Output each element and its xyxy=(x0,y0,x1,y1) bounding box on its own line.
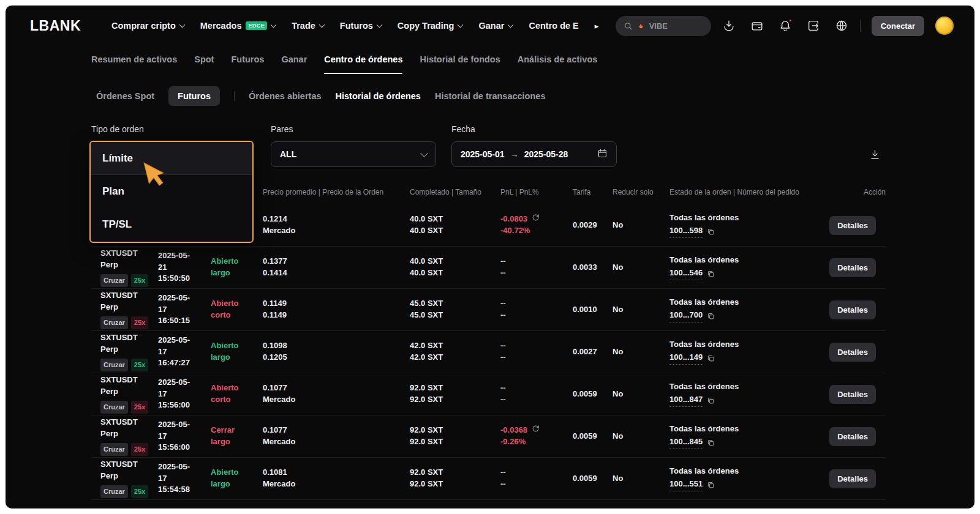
nav-item-futuros[interactable]: Futuros xyxy=(340,21,382,31)
order-status: Todas las órdenes xyxy=(669,466,835,477)
price-cell: 0.1081 Mercado xyxy=(263,467,410,490)
reduce-only-cell: No xyxy=(612,389,669,400)
detalles-button[interactable]: Detalles xyxy=(829,343,876,362)
order-number[interactable]: 100...546 xyxy=(669,267,703,281)
subtab-futuros[interactable]: Futuros xyxy=(168,86,220,106)
tab-centro-de-ordenes[interactable]: Centro de órdenes xyxy=(324,54,402,74)
detalles-button[interactable]: Detalles xyxy=(829,258,876,277)
search-box[interactable]: VIBE xyxy=(616,16,711,36)
nav-item-centro-de-e[interactable]: Centro de E xyxy=(529,21,578,31)
order-date: 2025-05-17 xyxy=(158,377,191,400)
order-price: Mercado xyxy=(263,436,410,448)
order-number[interactable]: 100...847 xyxy=(669,394,703,408)
status-cell: Todas las órdenes 100...845 xyxy=(669,423,835,450)
order-type-option-limite[interactable]: Límite xyxy=(91,142,252,175)
notification-dot xyxy=(788,18,793,23)
transfer-icon[interactable] xyxy=(807,19,821,33)
order-number[interactable]: 100...845 xyxy=(669,436,703,450)
copy-icon[interactable] xyxy=(707,481,715,489)
filled-amount: 42.0 SXT xyxy=(410,340,500,352)
pnl-cell: -- -- xyxy=(500,256,573,279)
calendar-icon[interactable] xyxy=(597,148,608,160)
order-side-text: Abierto largo xyxy=(211,256,246,279)
bell-icon[interactable] xyxy=(778,19,793,33)
th-fee: Tarifa xyxy=(573,188,612,196)
order-size: 92.0 SXT xyxy=(410,436,500,448)
subtab-historial-de-transacciones[interactable]: Historial de transacciones xyxy=(435,91,546,101)
refresh-icon[interactable] xyxy=(532,425,540,436)
price-cell: 0.1214 Mercado xyxy=(263,214,410,237)
fee-cell: 0.0059 xyxy=(573,431,612,442)
detalles-button[interactable]: Detalles xyxy=(829,216,876,235)
detalles-button[interactable]: Detalles xyxy=(829,427,876,446)
filled-cell: 40.0 SXT 40.0 SXT xyxy=(410,256,500,279)
avatar[interactable] xyxy=(935,17,954,35)
reduce-only-value: No xyxy=(612,220,623,229)
subtab-ordenes-spot[interactable]: Órdenes Spot xyxy=(96,91,154,101)
detalles-button[interactable]: Detalles xyxy=(829,385,876,404)
order-number[interactable]: 100...149 xyxy=(669,352,703,365)
subtab-ordenes-abiertas[interactable]: Órdenes abiertas xyxy=(249,91,321,101)
nav-item-ganar[interactable]: Ganar xyxy=(478,21,513,31)
date-range-picker[interactable]: 2025-05-01 → 2025-05-28 xyxy=(451,141,617,167)
reduce-only-value: No xyxy=(612,389,623,398)
contract-badges: Cruzar 25x xyxy=(100,401,156,414)
refresh-icon[interactable] xyxy=(532,214,540,225)
fee-value: 0.0059 xyxy=(573,389,597,398)
subtab-historial-de-ordenes[interactable]: Historial de órdenes xyxy=(336,91,421,101)
order-status: Todas las órdenes xyxy=(669,423,835,435)
filled-cell: 92.0 SXT 92.0 SXT xyxy=(410,382,500,406)
table-row: SXTUSDT Perp Cruzar 25x 2025-05-17 15:54… xyxy=(91,458,886,500)
order-number[interactable]: 100...598 xyxy=(669,225,703,239)
order-time: 16:47:27 xyxy=(158,357,209,369)
tab-historial-de-fondos[interactable]: Historial de fondos xyxy=(420,54,500,74)
order-side: Cerrar largo xyxy=(209,425,263,448)
copy-icon[interactable] xyxy=(707,354,715,362)
export-download-icon[interactable] xyxy=(869,149,881,163)
nav-item-trade[interactable]: Trade xyxy=(292,21,324,31)
filled-cell: 40.0 SXT 40.0 SXT xyxy=(410,214,500,237)
pnl-value: -- xyxy=(500,340,506,352)
nav-item-label: Trade xyxy=(292,21,315,31)
copy-icon[interactable] xyxy=(707,228,715,236)
nav-overflow-arrow-icon[interactable]: ▸ xyxy=(595,21,599,31)
reduce-only-cell: No xyxy=(612,473,669,485)
contract-cell: SXTUSDT Perp Cruzar 25x xyxy=(91,248,156,288)
copy-icon[interactable] xyxy=(707,397,715,404)
order-number[interactable]: 100...551 xyxy=(669,479,703,492)
leverage-badge: 25x xyxy=(131,316,148,329)
copy-icon[interactable] xyxy=(707,312,715,320)
reduce-only-cell: No xyxy=(612,220,669,231)
nav-item-comprar-cripto[interactable]: Comprar cripto xyxy=(111,21,184,31)
pairs-select[interactable]: ALL xyxy=(271,141,436,167)
tab-spot[interactable]: Spot xyxy=(194,54,214,74)
tab-futuros[interactable]: Futuros xyxy=(231,54,264,74)
copy-icon[interactable] xyxy=(707,439,715,447)
tab-ganar[interactable]: Ganar xyxy=(281,54,307,74)
tab-analisis-de-activos[interactable]: Análisis de activos xyxy=(518,54,598,74)
nav-item-copy-trading[interactable]: Copy Trading xyxy=(398,21,463,31)
order-type-option-plan[interactable]: Plan xyxy=(91,175,252,208)
detalles-button[interactable]: Detalles xyxy=(829,300,876,319)
detalles-button[interactable]: Detalles xyxy=(829,469,876,488)
fee-value: 0.0029 xyxy=(573,220,597,229)
order-type-option-tp-sl[interactable]: TP/SL xyxy=(91,208,252,241)
lbank-logo[interactable]: LBANK xyxy=(30,18,81,34)
order-status: Todas las órdenes xyxy=(669,255,835,266)
order-date: 2025-05-17 xyxy=(158,419,191,442)
wallet-icon[interactable] xyxy=(750,19,764,33)
divider xyxy=(234,91,235,101)
pnl-cell: -0.0803 -40.72% xyxy=(500,214,573,237)
tab-resumen-de-activos[interactable]: Resumen de activos xyxy=(91,54,177,74)
nav-item-mercados[interactable]: MercadosEDGE xyxy=(200,21,276,31)
copy-icon[interactable] xyxy=(707,270,715,278)
order-side: Abierto largo xyxy=(209,340,263,363)
globe-icon[interactable] xyxy=(835,19,849,33)
nav-item-label: Copy Trading xyxy=(398,21,454,31)
fee-cell: 0.0059 xyxy=(573,473,612,485)
order-number[interactable]: 100...700 xyxy=(669,310,703,323)
download-icon[interactable] xyxy=(722,19,736,33)
contract-name: SXTUSDT Perp xyxy=(100,459,156,482)
topbar-icons xyxy=(722,19,849,33)
connect-button[interactable]: Conectar xyxy=(872,16,924,36)
